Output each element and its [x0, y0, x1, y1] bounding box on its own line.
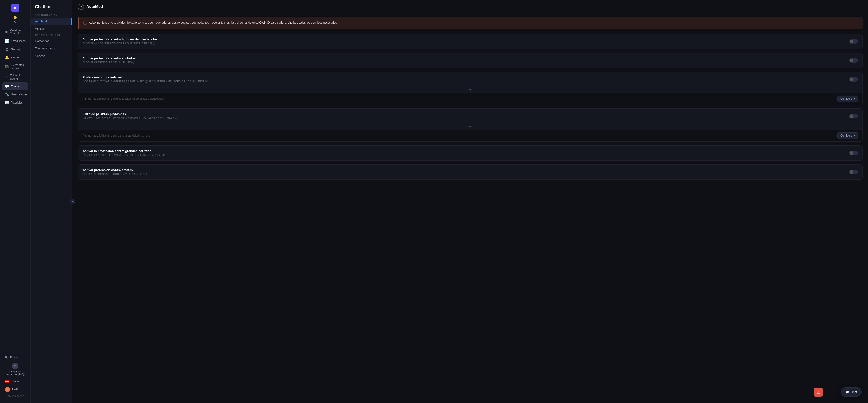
- toggle-parrafos[interactable]: [849, 151, 858, 155]
- card-subtitle-parrafos: Bloquea en tu chat los mensajes demasiad…: [83, 153, 165, 157]
- sidebar-item-herramientas[interactable]: 🔧Herramientas: [2, 91, 28, 98]
- score-dot: [14, 16, 17, 19]
- sidebar-search[interactable]: 🔍 Buscar: [2, 354, 28, 361]
- toggle-mayusculas[interactable]: [849, 39, 858, 43]
- sub-item-comandos[interactable]: Comandos: [31, 37, 72, 45]
- sidebar-item-tutoriales[interactable]: 📖Tutoriales: [2, 99, 28, 106]
- card-subtitle-mayusculas: BLOQUEA A LOS ESPECTADORES QUE ESCRIBEN …: [83, 42, 158, 45]
- logo-icon: ▶: [13, 5, 17, 10]
- card-title-enlaces: Protección contra enlaces: [83, 75, 208, 79]
- herramientas-icon: 🔧: [5, 92, 9, 96]
- configure-chevron-enlaces: ▾: [854, 97, 855, 100]
- panel-icon: ⊞: [5, 30, 8, 34]
- sidebar-item-panel[interactable]: ⊞Panel de Control: [2, 27, 28, 37]
- card-emotes: Activar protección contra emotesBloquear…: [78, 164, 863, 180]
- configure-label-palabras: Configure: [840, 134, 852, 137]
- card-title-emotes: Activar protección contra emotes: [83, 168, 147, 172]
- toggle-knob-emotes: [850, 170, 853, 174]
- sidebar-item-alertas[interactable]: 🔔Alertas: [2, 54, 28, 61]
- toggle-emotes[interactable]: [849, 170, 858, 174]
- card-text-simbolos: Activar protección contra símbolosBloque…: [83, 57, 135, 64]
- panel-label: Panel de Control: [10, 29, 25, 35]
- app-logo[interactable]: ▶: [11, 4, 19, 12]
- collapse-row-enlaces[interactable]: ▼: [78, 87, 862, 93]
- perfil-label: Perfil: [12, 388, 18, 391]
- toggle-simbolos[interactable]: [849, 58, 858, 63]
- tutoriales-label: Tutoriales: [11, 101, 23, 104]
- elementos-label: Elementos del strea: [11, 63, 25, 70]
- epidemic-icon: ♪: [5, 75, 8, 79]
- card-title-mayusculas: Activar protección contra bloqueo de may…: [83, 37, 158, 41]
- collapse-button[interactable]: ‹: [70, 199, 75, 204]
- card-header-simbolos: Activar protección contra símbolosBloque…: [78, 53, 862, 68]
- main-content: ? AutoMod ⓘ Aviso: por favor, no te olvi…: [72, 0, 868, 403]
- card-subtitle-emotes: Bloquear mensajes con spam de emotes ⓘ: [83, 173, 147, 176]
- configure-button-palabras[interactable]: Configure▾: [837, 132, 858, 139]
- config-row-enlaces: Aún no has añadido ningún enlace a la li…: [78, 93, 862, 105]
- card-header-enlaces: Protección contra enlacesModerar automát…: [78, 72, 862, 87]
- configure-chevron-palabras: ▾: [854, 134, 855, 137]
- card-header-mayusculas: Activar protección contra bloqueo de may…: [78, 34, 862, 49]
- overlays-label: Overlays: [11, 48, 22, 51]
- configure-label-enlaces: Configure: [840, 97, 852, 100]
- sub-item-automod[interactable]: AutoMod: [31, 18, 72, 25]
- flag-icon: [5, 380, 9, 383]
- faq-icon: ?: [12, 363, 18, 369]
- card-text-parrafos: Activar la protección contra grandes pár…: [83, 149, 165, 157]
- card-header-parrafos: Activar la protección contra grandes pár…: [78, 146, 862, 160]
- topbar-automod-icon: ?: [78, 4, 84, 10]
- sub-sidebar-title: Chatbot: [31, 4, 72, 13]
- sidebar-idioma[interactable]: Idioma: [2, 378, 28, 385]
- main-sidebar: ▶ 0 ⊞Panel de Control📊Estadísticas◻Overl…: [0, 0, 31, 403]
- chat-fab-icon: 💬: [845, 390, 849, 394]
- card-palabras: Filtro de palabras prohibidasMantén limp…: [78, 108, 863, 142]
- card-title-simbolos: Activar protección contra símbolos: [83, 57, 135, 60]
- chat-fab[interactable]: 💬 Chat: [841, 388, 862, 397]
- perfil-icon: ▶: [5, 387, 10, 392]
- toggle-enlaces[interactable]: [849, 77, 858, 82]
- card-header-emotes: Activar protección contra emotesBloquear…: [78, 164, 862, 180]
- toggle-palabras[interactable]: [849, 114, 858, 118]
- alert-triangle[interactable]: ⚠: [814, 388, 823, 397]
- collapse-row-palabras[interactable]: ▼: [78, 124, 862, 130]
- chatbot-label: Chatbot: [11, 85, 20, 88]
- sub-item-analisis[interactable]: Análisis: [31, 25, 72, 33]
- herramientas-label: Herramientas: [11, 93, 27, 96]
- card-simbolos: Activar protección contra símbolosBloque…: [78, 53, 863, 68]
- sidebar-item-epidemic[interactable]: ♪Epidemic Sound: [2, 72, 28, 82]
- sub-item-temporizadores[interactable]: Temporizadores: [31, 45, 72, 52]
- card-parrafos: Activar la protección contra grandes pár…: [78, 145, 863, 161]
- search-label: Buscar: [10, 356, 19, 359]
- sidebar-item-elementos[interactable]: 🎬Elementos del strea: [2, 62, 28, 72]
- sub-section-label: CONFIGURACIÓN: [31, 13, 72, 18]
- sidebar-faq[interactable]: ? Preguntas frecuentes (FAQ): [2, 361, 28, 377]
- collapse-icon-palabras: ▼: [469, 125, 471, 128]
- chatbot-icon: 💬: [5, 84, 9, 88]
- topbar-title: AutoMod: [86, 4, 103, 9]
- sidebar-item-overlays[interactable]: ◻Overlays: [2, 45, 28, 53]
- card-enlaces: Protección contra enlacesModerar automát…: [78, 72, 863, 105]
- card-title-palabras: Filtro de palabras prohibidas: [83, 112, 178, 116]
- sub-item-sorteos[interactable]: Sorteos: [31, 52, 72, 60]
- chat-fab-label: Chat: [851, 390, 857, 394]
- sidebar-perfil[interactable]: ▶ Perfil: [2, 385, 28, 394]
- card-header-palabras: Filtro de palabras prohibidasMantén limp…: [78, 109, 862, 124]
- sidebar-item-chatbot[interactable]: 💬Chatbot: [2, 83, 28, 90]
- sidebar-item-estadisticas[interactable]: 📊Estadísticas: [2, 37, 28, 45]
- card-text-enlaces: Protección contra enlacesModerar automát…: [83, 75, 208, 83]
- search-icon: 🔍: [5, 356, 8, 359]
- score-value: 0: [14, 20, 16, 23]
- epidemic-label: Epidemic Sound: [10, 74, 25, 80]
- overlays-icon: ◻: [5, 47, 9, 51]
- content-area: Activar protección contra bloqueo de may…: [72, 34, 868, 185]
- alert-icon: ⓘ: [83, 21, 87, 26]
- configure-button-enlaces[interactable]: Configure▾: [837, 96, 858, 102]
- card-subtitle-simbolos: Bloquear mensajes ???!!!!!-filled ⓘ: [83, 61, 135, 64]
- idioma-label: Idioma: [11, 380, 20, 383]
- sub-sidebar: Chatbot CONFIGURACIÓNAutoModAnálisisCARA…: [31, 0, 72, 403]
- card-mayusculas: Activar protección contra bloqueo de may…: [78, 34, 863, 49]
- toggle-knob-simbolos: [850, 59, 853, 62]
- faq-label: Preguntas frecuentes (FAQ): [5, 370, 25, 376]
- elementos-icon: 🎬: [5, 65, 9, 69]
- sub-section-label: CARACTERÍSTICAS: [31, 33, 72, 37]
